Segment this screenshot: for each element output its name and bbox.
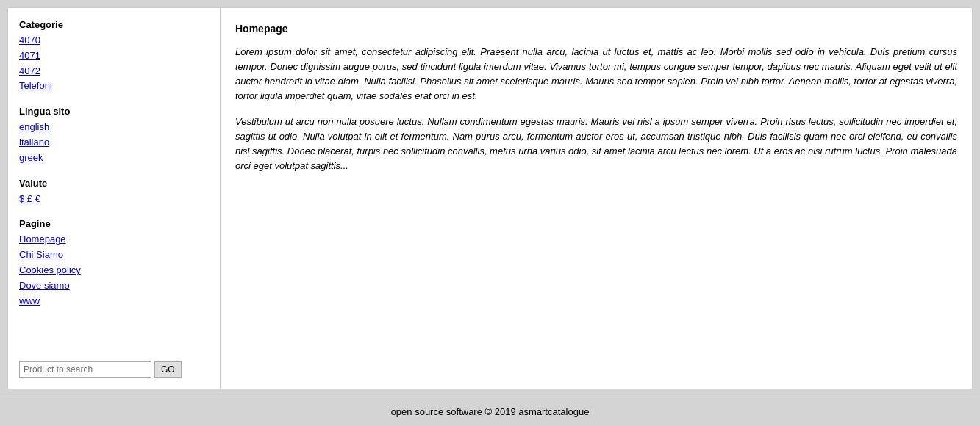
search-input[interactable] [19, 361, 151, 378]
sidebar-item-greek[interactable]: greek [19, 151, 209, 166]
search-button[interactable]: GO [154, 361, 182, 378]
content-paragraph-1: Lorem ipsum dolor sit amet, consectetur … [235, 45, 957, 104]
sidebar-item-4070[interactable]: 4070 [19, 33, 209, 48]
sidebar-item-chi-siamo[interactable]: Chi Siamo [19, 248, 209, 263]
sidebar-item-homepage[interactable]: Homepage [19, 232, 209, 248]
search-row: GO [19, 347, 209, 378]
sidebar-item-valute[interactable]: $ £ € [19, 192, 209, 207]
sidebar-item-english[interactable]: english [19, 120, 209, 135]
sidebar-item-dove-siamo[interactable]: Dove siamo [19, 278, 209, 294]
footer: open source software © 2019 asmartcatalo… [0, 397, 980, 426]
footer-text: open source software © 2019 asmartcatalo… [391, 406, 590, 417]
sidebar-item-www[interactable]: www [19, 294, 209, 309]
sidebar-section-valute: Valute $ £ € [19, 178, 209, 207]
sidebar-item-4071[interactable]: 4071 [19, 48, 209, 64]
sidebar-item-4072[interactable]: 4072 [19, 64, 209, 79]
pagine-title: Pagine [19, 218, 209, 229]
sidebar-section-pagine: Pagine Homepage Chi Siamo Cookies policy… [19, 218, 209, 308]
sidebar-item-italiano[interactable]: italiano [19, 135, 209, 151]
lingua-title: Lingua sito [19, 106, 209, 117]
categorie-title: Categorie [19, 19, 209, 30]
content-area: Homepage Lorem ipsum dolor sit amet, con… [221, 7, 973, 389]
content-paragraph-2: Vestibulum ut arcu non nulla posuere luc… [235, 115, 957, 174]
sidebar-section-lingua: Lingua sito english italiano greek [19, 106, 209, 165]
sidebar-item-cookies-policy[interactable]: Cookies policy [19, 263, 209, 278]
valute-title: Valute [19, 178, 209, 189]
main-content: Categorie 4070 4071 4072 Telefoni Lingua… [0, 0, 980, 397]
page-wrapper: Categorie 4070 4071 4072 Telefoni Lingua… [0, 0, 980, 426]
sidebar-section-categorie: Categorie 4070 4071 4072 Telefoni [19, 19, 209, 94]
sidebar: Categorie 4070 4071 4072 Telefoni Lingua… [7, 7, 221, 389]
sidebar-item-telefoni[interactable]: Telefoni [19, 79, 209, 94]
page-title: Homepage [235, 23, 957, 35]
